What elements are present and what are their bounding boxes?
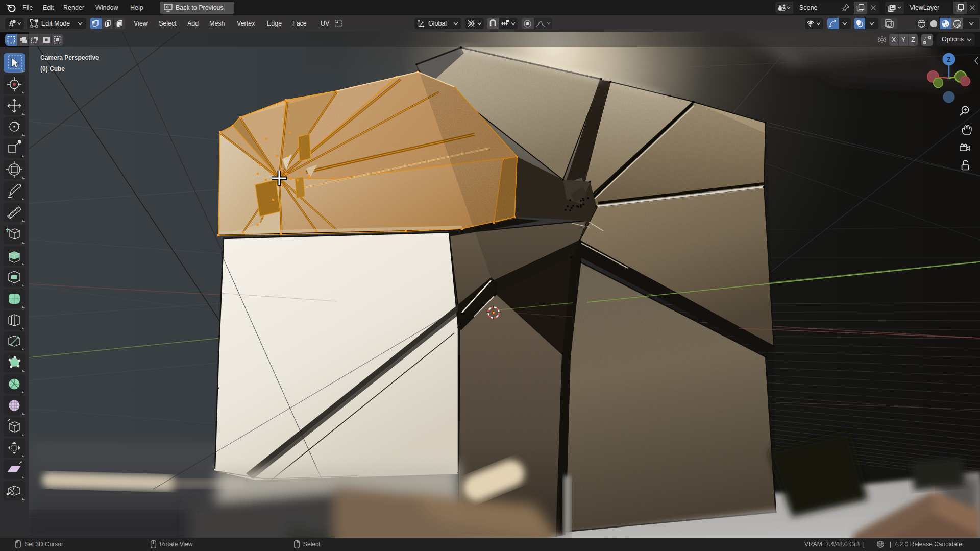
svg-text:Z: Z [947,56,950,63]
